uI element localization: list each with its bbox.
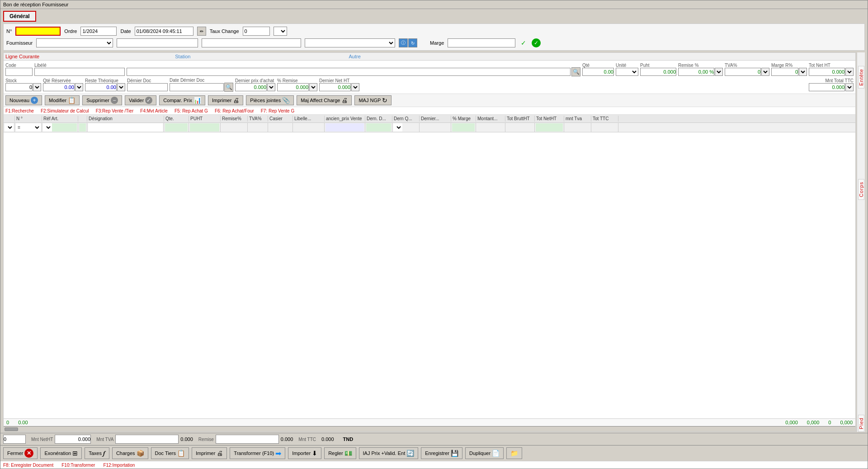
enregistrer-button[interactable]: Enregistrer 💾: [421, 447, 462, 459]
qte-res-input[interactable]: [43, 83, 75, 91]
validate-check-icon[interactable]: ✓: [519, 38, 528, 47]
date-dern-input[interactable]: [170, 83, 224, 91]
filter-puht-input[interactable]: [190, 123, 219, 131]
code-input[interactable]: [5, 68, 33, 76]
mnt-total-input[interactable]: [809, 83, 845, 91]
importer-button[interactable]: Importer ⬇: [288, 447, 321, 459]
filter-ref-input[interactable]: [52, 123, 77, 131]
dupliquer-button[interactable]: Dupliquer 📄: [465, 447, 504, 459]
mnt-tva-input[interactable]: [115, 435, 179, 444]
filter-totnet-input[interactable]: [536, 123, 563, 131]
fermer-button[interactable]: Fermer ✕: [3, 447, 38, 459]
remise-select[interactable]: [715, 68, 723, 76]
marge-input[interactable]: [448, 38, 515, 47]
f8-fn[interactable]: F8: Enregister Document: [3, 463, 53, 468]
pct-remise-input[interactable]: [277, 83, 309, 91]
counter-input[interactable]: [3, 435, 26, 444]
f6-shortcut[interactable]: F6: Rep Achat/Four: [215, 108, 254, 113]
doc-tiers-button[interactable]: Doc Tiers 📋: [151, 447, 189, 459]
reste-th-select[interactable]: [117, 83, 125, 91]
f5-shortcut[interactable]: F5: Rep Achat G: [175, 108, 208, 113]
extra-button[interactable]: 📁: [506, 447, 522, 459]
charges-button[interactable]: Charges 📦: [112, 447, 148, 459]
unite-select[interactable]: [616, 68, 638, 76]
stock-select[interactable]: [33, 83, 41, 91]
filter-qte-input[interactable]: [165, 123, 188, 131]
mnt-total-select[interactable]: [845, 83, 854, 91]
remise-input[interactable]: [678, 68, 714, 76]
dern-net-input[interactable]: [319, 83, 351, 91]
nouveau-button[interactable]: Nouveau +: [5, 95, 42, 105]
marge-r-select[interactable]: [799, 68, 807, 76]
qte-res-select[interactable]: [75, 83, 83, 91]
taux-change-input[interactable]: [243, 27, 270, 36]
marge-r-input[interactable]: [771, 68, 798, 76]
modifier-button[interactable]: Modifier 📋: [45, 95, 80, 105]
green-check-icon[interactable]: ✓: [532, 38, 541, 47]
iaj-prix-button[interactable]: IAJ Prix +Valid. Ent 🔄: [359, 447, 419, 459]
search2-icon[interactable]: 🔍: [224, 83, 233, 92]
scrollbar-thumb[interactable]: [5, 427, 18, 431]
tva-select[interactable]: [761, 68, 769, 76]
f1-shortcut[interactable]: F1:Recherche: [5, 108, 34, 113]
exoneration-button[interactable]: Exonération ⊞: [40, 447, 82, 459]
dern-net-select[interactable]: [351, 83, 359, 91]
supprimer-button[interactable]: Supprimer −: [82, 95, 122, 105]
taux-change-select[interactable]: [274, 27, 287, 36]
filter-ref-op[interactable]: =: [43, 123, 52, 131]
filter-empty-input[interactable]: [79, 123, 86, 131]
filter-dern-input[interactable]: [366, 123, 391, 131]
f2-shortcut[interactable]: F2:Simulateur de Calcul: [41, 108, 89, 113]
horizontal-scrollbar[interactable]: [4, 426, 855, 431]
stock-input[interactable]: [5, 83, 33, 91]
maj-affect-charge-button[interactable]: Maj Affect Charge 🖨: [297, 95, 352, 105]
f7-shortcut[interactable]: F7: Rep Vente G: [261, 108, 295, 113]
tab-general[interactable]: Général: [3, 11, 36, 22]
dern-prix-input[interactable]: [235, 83, 267, 91]
ordre-input[interactable]: [80, 27, 117, 36]
fournisseur-combo[interactable]: [305, 38, 395, 47]
supplier-info-icon[interactable]: ⓘ: [399, 38, 408, 47]
imprimer-bottom-button[interactable]: Imprimer 🖨: [192, 447, 227, 459]
tab-pied[interactable]: Pied: [858, 415, 864, 432]
reste-th-input[interactable]: [85, 83, 117, 91]
totnet-select[interactable]: [845, 68, 854, 76]
fournisseur-select[interactable]: [36, 38, 113, 47]
maj-ngp-button[interactable]: MAJ NGP ↻: [354, 95, 392, 105]
qte-input[interactable]: [582, 68, 614, 76]
f4-shortcut[interactable]: F4:Mvt Article: [140, 108, 168, 113]
dern-doc-input[interactable]: [127, 83, 168, 91]
remise-footer-input[interactable]: [216, 435, 279, 444]
supplier-refresh-icon[interactable]: ↻: [408, 38, 417, 47]
filter-pmarge-input[interactable]: [452, 123, 475, 131]
f10-fn[interactable]: F10:Transformer: [61, 463, 95, 468]
valider-button[interactable]: Valider ✓: [125, 95, 156, 105]
libele2-input[interactable]: [127, 68, 571, 76]
dern-prix-select[interactable]: [267, 83, 275, 91]
regler-button[interactable]: Regler 💵: [324, 447, 356, 459]
pct-remise-select[interactable]: [309, 83, 317, 91]
nf-input[interactable]: [15, 27, 61, 36]
filter-check-select[interactable]: T: [5, 123, 14, 131]
transformer-button[interactable]: Transformer (F10) ➡: [230, 447, 285, 459]
fournisseur-code-input[interactable]: [117, 38, 198, 47]
filter-des-input[interactable]: [88, 123, 163, 131]
totnet-input[interactable]: [809, 68, 845, 76]
compar-prix-button[interactable]: Compar. Prix 📊: [159, 95, 205, 105]
date-input[interactable]: [135, 27, 193, 36]
pieces-jointes-button[interactable]: Pièces jointes 📎: [246, 95, 294, 105]
puht-input[interactable]: [640, 68, 676, 76]
f12-fn[interactable]: F12:Importation: [103, 463, 135, 468]
filter-dernq-select[interactable]: =: [393, 123, 402, 131]
taxes-button[interactable]: Taxes 𝒇: [85, 447, 109, 459]
tva-input[interactable]: [725, 68, 761, 76]
tab-corps[interactable]: Corps: [858, 179, 864, 200]
date-edit-icon[interactable]: ✏: [197, 27, 206, 36]
tab-entete[interactable]: Entête: [858, 66, 864, 89]
mnt-netht-input[interactable]: [55, 435, 91, 444]
fournisseur-name-input[interactable]: [202, 38, 301, 47]
imprimer-button[interactable]: Imprimer 🖨: [208, 95, 243, 105]
filter-n-select[interactable]: =: [16, 123, 41, 131]
libele-input[interactable]: [34, 68, 125, 76]
search-icon[interactable]: 🔍: [571, 67, 580, 76]
